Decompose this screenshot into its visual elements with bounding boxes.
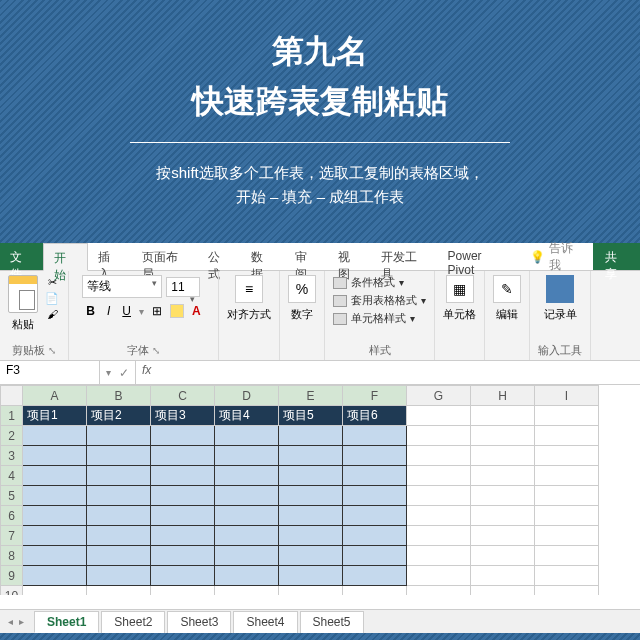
row-header[interactable]: 1	[1, 406, 23, 426]
name-box[interactable]: F3	[0, 361, 100, 384]
cell[interactable]	[279, 466, 343, 486]
cell[interactable]	[279, 446, 343, 466]
cell[interactable]	[23, 466, 87, 486]
cell[interactable]	[471, 466, 535, 486]
cell[interactable]	[471, 506, 535, 526]
cell[interactable]	[407, 586, 471, 596]
cond-format-button[interactable]: 条件格式▾	[333, 275, 404, 290]
cell[interactable]	[535, 546, 599, 566]
cell[interactable]	[279, 486, 343, 506]
cell[interactable]	[471, 406, 535, 426]
row-header[interactable]: 7	[1, 526, 23, 546]
col-header[interactable]: E	[279, 386, 343, 406]
cell[interactable]	[407, 526, 471, 546]
col-header[interactable]: F	[343, 386, 407, 406]
col-header[interactable]: B	[87, 386, 151, 406]
cell[interactable]	[535, 566, 599, 586]
cell[interactable]	[471, 586, 535, 596]
row-header[interactable]: 2	[1, 426, 23, 446]
cell[interactable]	[151, 526, 215, 546]
cell[interactable]	[87, 526, 151, 546]
row-header[interactable]: 9	[1, 566, 23, 586]
cell[interactable]	[23, 526, 87, 546]
font-name-select[interactable]: 等线	[82, 275, 162, 298]
cell[interactable]	[407, 406, 471, 426]
col-header[interactable]: H	[471, 386, 535, 406]
cell[interactable]	[215, 546, 279, 566]
cell[interactable]	[151, 446, 215, 466]
fx-icon[interactable]: fx	[136, 361, 157, 384]
cell[interactable]: 项目5	[279, 406, 343, 426]
cell[interactable]	[535, 506, 599, 526]
cell[interactable]	[87, 506, 151, 526]
cell[interactable]	[87, 446, 151, 466]
tab-view[interactable]: 视图	[328, 243, 371, 270]
tab-layout[interactable]: 页面布局	[132, 243, 198, 270]
enter-icon[interactable]: ✓	[119, 366, 129, 380]
cell[interactable]	[215, 466, 279, 486]
cell[interactable]	[151, 506, 215, 526]
cell[interactable]	[215, 446, 279, 466]
cell[interactable]	[343, 546, 407, 566]
cell[interactable]	[215, 566, 279, 586]
col-header[interactable]: C	[151, 386, 215, 406]
cell[interactable]	[279, 426, 343, 446]
cell[interactable]	[535, 586, 599, 596]
cell[interactable]	[215, 486, 279, 506]
cell[interactable]	[343, 506, 407, 526]
cell[interactable]	[151, 466, 215, 486]
cell[interactable]	[151, 566, 215, 586]
cell[interactable]	[343, 566, 407, 586]
cell[interactable]: 项目2	[87, 406, 151, 426]
tell-me[interactable]: 💡告诉我	[520, 243, 593, 270]
italic-button[interactable]: I	[103, 302, 114, 320]
cell[interactable]	[23, 566, 87, 586]
cell[interactable]	[343, 486, 407, 506]
cell[interactable]	[407, 446, 471, 466]
cell-style-button[interactable]: 单元格样式▾	[333, 311, 415, 326]
cell[interactable]	[471, 426, 535, 446]
row-header[interactable]: 10	[1, 586, 23, 596]
cell[interactable]	[87, 426, 151, 446]
row-header[interactable]: 6	[1, 506, 23, 526]
format-painter-icon[interactable]: 🖌	[44, 307, 60, 321]
fill-color-button[interactable]	[170, 304, 184, 318]
sheet-tab[interactable]: Sheet5	[300, 611, 364, 633]
cell[interactable]	[87, 566, 151, 586]
cell[interactable]	[343, 426, 407, 446]
tab-review[interactable]: 审阅	[285, 243, 328, 270]
tab-formula[interactable]: 公式	[198, 243, 241, 270]
cell[interactable]	[215, 586, 279, 596]
cell[interactable]	[151, 426, 215, 446]
tab-pivot[interactable]: Power Pivot	[438, 243, 520, 270]
align-icon[interactable]: ≡	[235, 275, 263, 303]
font-size-select[interactable]: 11	[166, 277, 200, 297]
cell[interactable]	[279, 506, 343, 526]
cells-icon[interactable]: ▦	[446, 275, 474, 303]
cancel-icon[interactable]: ▾	[106, 367, 111, 378]
row-header[interactable]: 3	[1, 446, 23, 466]
col-header[interactable]: I	[535, 386, 599, 406]
cell[interactable]	[215, 426, 279, 446]
cell[interactable]	[407, 426, 471, 446]
cell[interactable]	[407, 466, 471, 486]
copy-icon[interactable]: 📄	[44, 291, 60, 305]
spreadsheet-grid[interactable]: ABCDEFGHI1项目1项目2项目3项目4项目5项目6234567891011	[0, 385, 599, 595]
cell[interactable]	[279, 546, 343, 566]
cell[interactable]	[87, 486, 151, 506]
row-header[interactable]: 5	[1, 486, 23, 506]
underline-button[interactable]: U	[118, 302, 135, 320]
cell[interactable]	[535, 486, 599, 506]
paste-icon[interactable]	[8, 275, 38, 313]
col-header[interactable]: D	[215, 386, 279, 406]
tab-dev[interactable]: 开发工具	[371, 243, 437, 270]
cell[interactable]	[23, 506, 87, 526]
cell[interactable]	[535, 526, 599, 546]
cell[interactable]	[215, 526, 279, 546]
cell[interactable]	[279, 586, 343, 596]
cell[interactable]	[535, 426, 599, 446]
cell[interactable]: 项目4	[215, 406, 279, 426]
sheet-nav-last-icon[interactable]: ▸	[19, 616, 24, 627]
record-icon[interactable]	[546, 275, 574, 303]
cell[interactable]	[343, 466, 407, 486]
